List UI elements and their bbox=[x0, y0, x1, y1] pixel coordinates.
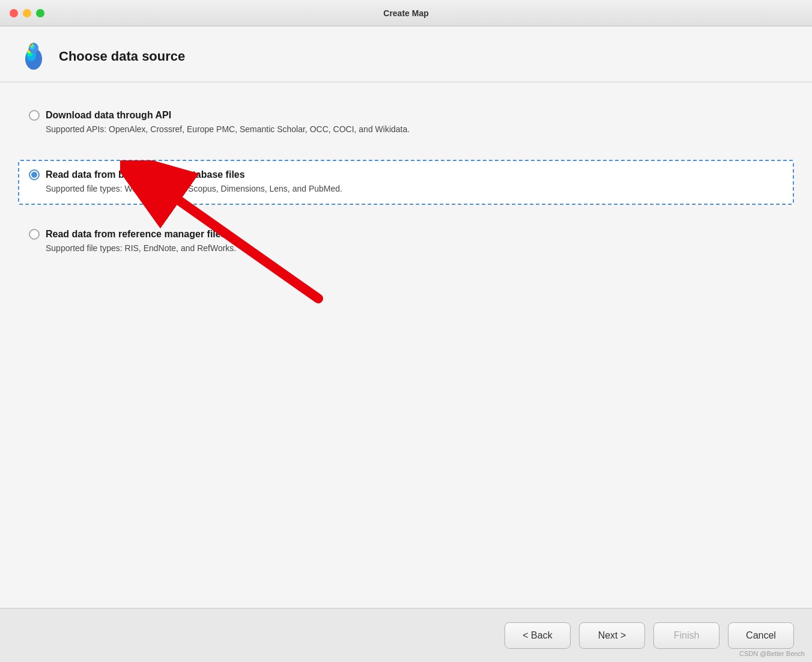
option-desc-bib: Supported file types: Web of Science, Sc… bbox=[46, 183, 783, 195]
dialog-footer: < Back Next > Finish Cancel CSDN @Better… bbox=[0, 608, 812, 662]
window-controls[interactable] bbox=[10, 9, 44, 17]
option-row-api[interactable]: Download data through API Supported APIs… bbox=[18, 100, 794, 145]
body-wrapper: Download data through API Supported APIs… bbox=[0, 82, 812, 608]
option-label-bib: Read data from bibliographic database fi… bbox=[29, 169, 783, 180]
option-label-ref: Read data from reference manager files bbox=[29, 229, 783, 240]
next-button[interactable]: Next > bbox=[579, 622, 645, 649]
option-title-api: Download data through API bbox=[46, 110, 171, 121]
option-desc-api: Supported APIs: OpenAlex, Crossref, Euro… bbox=[46, 123, 783, 136]
svg-point-9 bbox=[31, 44, 32, 46]
cancel-button[interactable]: Cancel bbox=[728, 622, 794, 649]
page-title: Choose data source bbox=[59, 49, 185, 64]
title-bar: Create Map bbox=[0, 0, 812, 26]
app-icon bbox=[18, 41, 49, 72]
dialog-content: Choose data source Download data through… bbox=[0, 26, 812, 662]
radio-ref[interactable] bbox=[29, 229, 40, 240]
finish-button[interactable]: Finish bbox=[653, 622, 720, 649]
option-title-bib: Read data from bibliographic database fi… bbox=[46, 169, 245, 180]
window-title: Create Map bbox=[383, 8, 428, 18]
option-row-bib[interactable]: Read data from bibliographic database fi… bbox=[18, 160, 794, 205]
option-row-ref[interactable]: Read data from reference manager files S… bbox=[18, 219, 794, 264]
close-button[interactable] bbox=[10, 9, 18, 17]
radio-bib[interactable] bbox=[29, 169, 40, 180]
option-title-ref: Read data from reference manager files bbox=[46, 229, 226, 240]
watermark: CSDN @Better Bench bbox=[739, 650, 805, 657]
maximize-button[interactable] bbox=[36, 9, 44, 17]
dialog-header: Choose data source bbox=[0, 26, 812, 82]
minimize-button[interactable] bbox=[23, 9, 31, 17]
radio-api[interactable] bbox=[29, 110, 40, 121]
option-desc-ref: Supported file types: RIS, EndNote, and … bbox=[46, 242, 783, 255]
option-label-api: Download data through API bbox=[29, 110, 783, 121]
dialog-body: Download data through API Supported APIs… bbox=[0, 82, 812, 608]
back-button[interactable]: < Back bbox=[504, 622, 571, 649]
